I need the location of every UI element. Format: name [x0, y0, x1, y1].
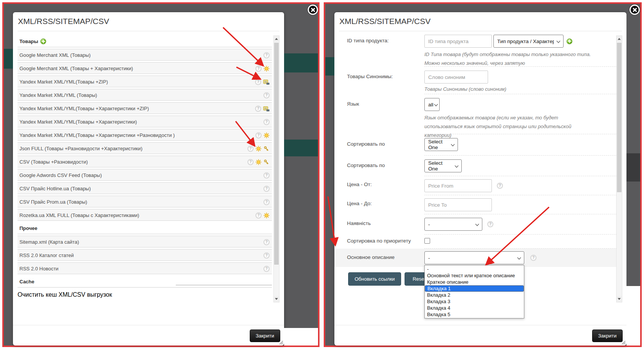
- dropdown-option[interactable]: Вкладка 2: [425, 292, 524, 298]
- dropdown-option[interactable]: Вкладка 5: [425, 311, 524, 318]
- row-label[interactable]: Yandex Market XML/YML(Товары +Характерис…: [18, 119, 137, 125]
- priority-sort-checkbox[interactable]: [424, 238, 430, 244]
- main-description-select[interactable]: -: [424, 251, 524, 264]
- scroll-up-arrow[interactable]: [274, 36, 279, 42]
- list-item[interactable]: RSS 2.0 Каталог статей ?: [18, 249, 272, 261]
- product-type-select[interactable]: Тип продукта / Характерис: [493, 35, 564, 48]
- sun-icon[interactable]: [255, 159, 262, 165]
- resize-grip-icon[interactable]: [621, 340, 626, 345]
- resize-grip-icon[interactable]: [279, 340, 283, 345]
- list-item[interactable]: Yandex Market XML/YML(Товары +Характерис…: [18, 102, 272, 114]
- row-label[interactable]: Google Merchant XML (Товары): [18, 52, 91, 58]
- dropdown-option[interactable]: Краткое описание: [425, 279, 524, 285]
- list-item[interactable]: CSV (Товары +Разновидости) ?: [18, 156, 272, 167]
- add-icon[interactable]: [40, 39, 46, 44]
- background-page: [626, 286, 640, 346]
- help-icon[interactable]: ?: [497, 183, 503, 189]
- add-icon[interactable]: [567, 39, 572, 44]
- help-icon[interactable]: ?: [247, 146, 254, 152]
- help-icon[interactable]: ?: [263, 266, 270, 272]
- dropdown-option[interactable]: -: [425, 266, 524, 272]
- row-label[interactable]: Очистить кеш XML/CSV выгрузок: [18, 291, 112, 298]
- help-icon[interactable]: ?: [255, 212, 262, 219]
- dropdown-option[interactable]: Вкладка 4: [425, 305, 524, 311]
- help-icon[interactable]: ?: [263, 239, 270, 245]
- help-icon[interactable]: ?: [263, 172, 270, 178]
- zip-archive-icon[interactable]: [263, 79, 270, 85]
- help-icon[interactable]: ?: [263, 52, 270, 58]
- help-icon[interactable]: ?: [263, 199, 270, 205]
- row-label[interactable]: CSV (Товары +Разновидости): [18, 159, 88, 165]
- list-item[interactable]: Очистить кеш XML/CSV выгрузок: [18, 289, 272, 301]
- dropdown-option[interactable]: Основной текст или краткое описание: [425, 272, 524, 279]
- list-item[interactable]: RSS 2.0 Новости ?: [18, 262, 272, 274]
- close-modal-button[interactable]: Закрити: [592, 329, 623, 342]
- list-item[interactable]: Google Merchant XML (Товары) ?: [18, 49, 272, 61]
- scrollbar-thumb[interactable]: [617, 43, 622, 192]
- row-label[interactable]: Yandex Market XML/YML (Товары): [18, 92, 97, 98]
- list-item[interactable]: Yandex Market XML/YML(Товары +Характерис…: [18, 129, 272, 141]
- list-item[interactable]: Yandex Market XML/YML (Товары) ?: [18, 89, 272, 101]
- row-label[interactable]: Google Merchant XML (Товары + Характерис…: [18, 66, 133, 71]
- row-label[interactable]: Rozetka.ua XML FULL (Товары с Характерис…: [18, 212, 139, 218]
- list-section-header: Товары: [18, 35, 272, 47]
- availability-select[interactable]: -: [424, 218, 482, 231]
- row-label[interactable]: RSS 2.0 Каталог статей: [18, 252, 74, 258]
- help-icon[interactable]: ?: [255, 66, 262, 72]
- help-icon[interactable]: ?: [255, 79, 261, 85]
- sort-select-1[interactable]: Select One: [424, 138, 458, 151]
- row-label[interactable]: Yandex Market XML/YML(Товары +Характерис…: [18, 132, 175, 138]
- synonym-input[interactable]: [424, 71, 488, 84]
- row-label[interactable]: Yandex Market XML/YML(Товары +ZIP): [18, 79, 108, 85]
- dropdown-option[interactable]: Вкладка 1: [425, 285, 524, 292]
- help-icon[interactable]: ?: [263, 119, 270, 125]
- scroll-down-arrow[interactable]: [274, 296, 279, 302]
- list-item[interactable]: Yandex Market XML/YML(Товары +Характерис…: [18, 116, 272, 127]
- help-icon[interactable]: ?: [263, 186, 270, 192]
- close-icon[interactable]: [308, 5, 318, 15]
- help-icon[interactable]: ?: [255, 106, 261, 112]
- sort-select-2[interactable]: Select One: [424, 159, 462, 172]
- sun-icon[interactable]: [263, 132, 270, 138]
- row-label[interactable]: Google Adwords CSV Feed (Товары): [18, 172, 102, 178]
- price-to-input[interactable]: [424, 198, 492, 211]
- modal-scrollbar[interactable]: [616, 35, 622, 302]
- help-icon[interactable]: ?: [263, 92, 270, 98]
- scroll-down-arrow[interactable]: [617, 296, 622, 302]
- sun-icon[interactable]: [263, 66, 270, 72]
- list-item[interactable]: Sitemap.xml (Карта сайта) ?: [18, 236, 272, 248]
- list-item[interactable]: Google Adwords CSV Feed (Товары) ?: [18, 169, 272, 181]
- list-item[interactable]: Google Merchant XML (Товары + Характерис…: [18, 62, 272, 74]
- list-scrollbar[interactable]: [273, 35, 279, 302]
- zip-archive-icon[interactable]: [263, 106, 270, 112]
- row-label[interactable]: RSS 2.0 Новости: [18, 266, 58, 272]
- row-label[interactable]: CSV Прайс Hotline.ua (Товары): [18, 186, 91, 191]
- update-links-button[interactable]: Обновить ссылки: [348, 272, 401, 286]
- help-icon[interactable]: ?: [487, 221, 493, 227]
- close-icon[interactable]: [630, 5, 640, 15]
- key-icon[interactable]: [263, 146, 270, 152]
- list-item[interactable]: CSV Прайс Hotline.ua (Товары) ?: [18, 182, 272, 194]
- help-icon[interactable]: ?: [530, 255, 536, 261]
- row-label[interactable]: Json FULL (Товары +Разновидости +Характе…: [18, 146, 143, 151]
- language-select[interactable]: all: [424, 98, 440, 111]
- scrollbar-thumb[interactable]: [274, 43, 279, 265]
- scroll-up-arrow[interactable]: [617, 36, 622, 42]
- price-from-input[interactable]: [424, 179, 492, 192]
- sun-icon[interactable]: [263, 212, 270, 219]
- list-item[interactable]: CSV Прайс Prom.ua (Товары) ?: [18, 196, 272, 207]
- row-label[interactable]: Yandex Market XML/YML(Товары +Характерис…: [18, 106, 149, 111]
- row-label[interactable]: Sitemap.xml (Карта сайта): [18, 239, 79, 245]
- list-item[interactable]: Json FULL (Товары +Разновидости +Характе…: [18, 142, 272, 154]
- sun-icon[interactable]: [255, 146, 262, 152]
- product-type-id-input[interactable]: [424, 35, 492, 48]
- dropdown-option[interactable]: Вкладка 3: [425, 298, 524, 305]
- list-item[interactable]: Yandex Market XML/YML(Товары +ZIP) ?: [18, 76, 272, 87]
- key-icon[interactable]: [263, 159, 270, 165]
- help-icon[interactable]: ?: [247, 159, 254, 165]
- close-modal-button[interactable]: Закрити: [250, 329, 280, 342]
- list-item[interactable]: Rozetka.ua XML FULL (Товары с Характерис…: [18, 209, 272, 221]
- help-icon[interactable]: ?: [263, 252, 270, 259]
- help-icon[interactable]: ?: [255, 132, 262, 138]
- row-label[interactable]: CSV Прайс Prom.ua (Товары): [18, 199, 87, 205]
